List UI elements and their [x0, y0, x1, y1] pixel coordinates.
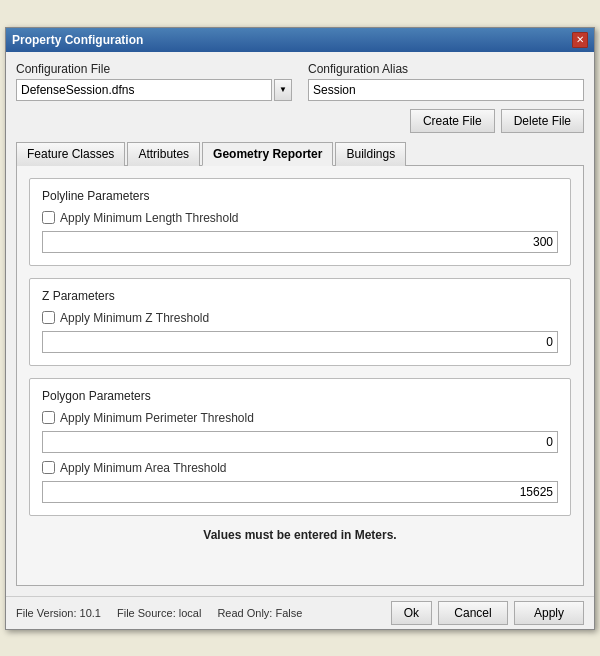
- tabs-bar: Feature Classes Attributes Geometry Repo…: [16, 141, 584, 166]
- polyline-value-input[interactable]: [42, 231, 558, 253]
- polygon-section-title: Polygon Parameters: [42, 389, 558, 403]
- tab-content-geometry-reporter: Polyline Parameters Apply Minimum Length…: [16, 166, 584, 586]
- bottom-buttons: Ok Cancel Apply: [391, 601, 584, 625]
- apply-button[interactable]: Apply: [514, 601, 584, 625]
- polygon-parameters-section: Polygon Parameters Apply Minimum Perimet…: [29, 378, 571, 516]
- config-alias-input[interactable]: [308, 79, 584, 101]
- polyline-checkbox[interactable]: [42, 211, 55, 224]
- config-file-input-row: ▼: [16, 79, 292, 101]
- polygon-area-checkbox[interactable]: [42, 461, 55, 474]
- polyline-checkbox-label: Apply Minimum Length Threshold: [60, 211, 239, 225]
- polygon-checkbox2-row: Apply Minimum Area Threshold: [42, 461, 558, 475]
- polyline-checkbox-row: Apply Minimum Length Threshold: [42, 211, 558, 225]
- statusbar: File Version: 10.1 File Source: local Re…: [6, 596, 594, 629]
- file-version: File Version: 10.1: [16, 607, 101, 619]
- config-alias-group: Configuration Alias: [308, 62, 584, 101]
- config-file-dropdown[interactable]: ▼: [274, 79, 292, 101]
- z-checkbox-label: Apply Minimum Z Threshold: [60, 311, 209, 325]
- window-body: Configuration File ▼ Configuration Alias…: [6, 52, 594, 596]
- delete-file-button[interactable]: Delete File: [501, 109, 584, 133]
- polygon-area-label: Apply Minimum Area Threshold: [60, 461, 227, 475]
- config-row: Configuration File ▼ Configuration Alias: [16, 62, 584, 101]
- config-file-input[interactable]: [16, 79, 272, 101]
- config-alias-label: Configuration Alias: [308, 62, 584, 76]
- tab-attributes[interactable]: Attributes: [127, 142, 200, 166]
- tab-buildings[interactable]: Buildings: [335, 142, 406, 166]
- window-title: Property Configuration: [12, 33, 143, 47]
- tab-geometry-reporter[interactable]: Geometry Reporter: [202, 142, 333, 166]
- property-configuration-window: Property Configuration ✕ Configuration F…: [5, 27, 595, 630]
- read-only: Read Only: False: [217, 607, 302, 619]
- close-button[interactable]: ✕: [572, 32, 588, 48]
- polyline-parameters-section: Polyline Parameters Apply Minimum Length…: [29, 178, 571, 266]
- z-value-input[interactable]: [42, 331, 558, 353]
- z-checkbox[interactable]: [42, 311, 55, 324]
- tab-feature-classes[interactable]: Feature Classes: [16, 142, 125, 166]
- note-text: Values must be entered in Meters.: [29, 528, 571, 542]
- cancel-button[interactable]: Cancel: [438, 601, 508, 625]
- polygon-perimeter-input[interactable]: [42, 431, 558, 453]
- config-file-group: Configuration File ▼: [16, 62, 292, 101]
- polygon-checkbox1-row: Apply Minimum Perimeter Threshold: [42, 411, 558, 425]
- file-source: File Source: local: [117, 607, 201, 619]
- polygon-perimeter-label: Apply Minimum Perimeter Threshold: [60, 411, 254, 425]
- config-file-label: Configuration File: [16, 62, 292, 76]
- polygon-area-input[interactable]: [42, 481, 558, 503]
- ok-button[interactable]: Ok: [391, 601, 432, 625]
- polyline-section-title: Polyline Parameters: [42, 189, 558, 203]
- titlebar: Property Configuration ✕: [6, 28, 594, 52]
- polygon-perimeter-checkbox[interactable]: [42, 411, 55, 424]
- create-file-button[interactable]: Create File: [410, 109, 495, 133]
- z-checkbox-row: Apply Minimum Z Threshold: [42, 311, 558, 325]
- z-section-title: Z Parameters: [42, 289, 558, 303]
- statusbar-info: File Version: 10.1 File Source: local Re…: [16, 607, 302, 619]
- z-parameters-section: Z Parameters Apply Minimum Z Threshold: [29, 278, 571, 366]
- file-buttons-row: Create File Delete File: [16, 109, 584, 133]
